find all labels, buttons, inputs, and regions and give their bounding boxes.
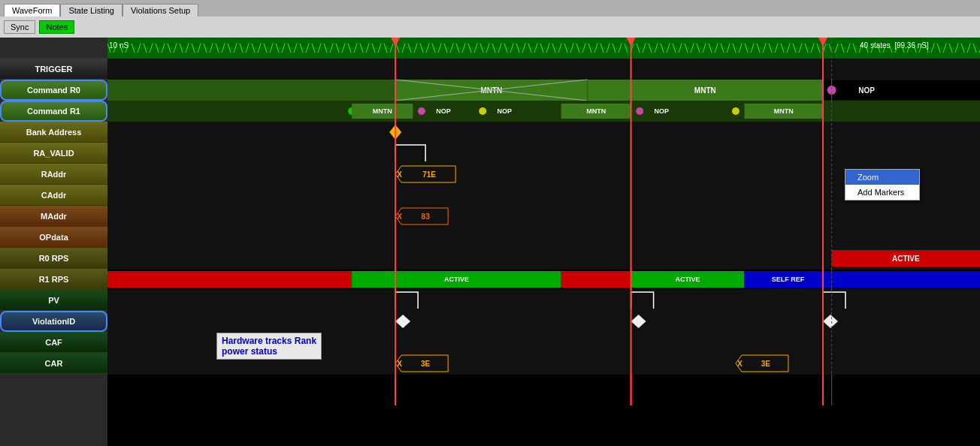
context-menu-item-add-markers[interactable]: Add Markers xyxy=(845,185,919,200)
tab-waveform[interactable]: WaveForm xyxy=(4,4,60,17)
app-container: WaveForm State Listing Violations Setup … xyxy=(0,0,980,446)
command-r1-label[interactable]: Command R1 xyxy=(0,101,107,122)
ra-valid-label: RA_VALID xyxy=(0,143,107,164)
r0-rps-label: R0 RPS xyxy=(0,248,107,269)
trigger-label: TRIGGER xyxy=(0,59,107,80)
opdata-label: OPdata xyxy=(0,227,107,248)
maddr-label: MAddr xyxy=(0,206,107,227)
notes-button[interactable]: Notes xyxy=(39,20,74,34)
hw-tooltip-line1: Hardware tracks Rank xyxy=(222,336,316,346)
bank-address-label: Bank Address xyxy=(0,122,107,143)
main-area: TRIGGER Command R0 Command R1 Bank Addre… xyxy=(0,38,980,446)
context-menu-item-zoom[interactable]: Zoom xyxy=(845,170,919,185)
sync-button[interactable]: Sync xyxy=(4,20,35,34)
waveform-area: LPDDR3 Waveform Command R1[ State:-148] … xyxy=(107,38,980,446)
pv-label: PV xyxy=(0,290,107,311)
context-menu: Zoom Add Markers xyxy=(845,169,920,200)
tab-violations-setup[interactable]: Violations Setup xyxy=(122,4,198,17)
left-panel: TRIGGER Command R0 Command R1 Bank Addre… xyxy=(0,38,107,446)
toolbar: Sync Notes xyxy=(0,17,980,38)
violation-id-label[interactable]: ViolationID xyxy=(0,311,107,332)
tab-state-listing[interactable]: State Listing xyxy=(60,4,122,17)
caddr-label: CAddr xyxy=(0,185,107,206)
hw-tooltip-line2: power status xyxy=(222,346,316,357)
command-r0-label[interactable]: Command R0 xyxy=(0,80,107,101)
tab-bar: WaveForm State Listing Violations Setup xyxy=(0,0,980,17)
raddr-label: RAddr xyxy=(0,164,107,185)
time-label xyxy=(0,38,107,59)
r1-rps-label: R1 RPS xyxy=(0,269,107,290)
car-label: CAR xyxy=(0,353,107,374)
caf-label: CAF xyxy=(0,332,107,353)
hw-tooltip: Hardware tracks Rank power status xyxy=(216,333,322,360)
